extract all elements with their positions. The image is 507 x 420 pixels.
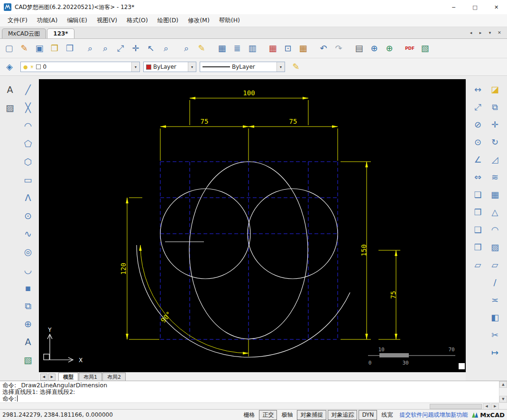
break-button[interactable]: ∕: [487, 274, 503, 290]
draw-order-back-button[interactable]: ❐: [470, 204, 486, 220]
close-button[interactable]: ✕: [486, 0, 507, 14]
circle-button[interactable]: ⊙: [20, 208, 36, 224]
toggle-dyn[interactable]: DYN: [359, 410, 377, 420]
copy-view-button[interactable]: ▥: [245, 41, 260, 56]
table-edit-button[interactable]: ▦: [295, 41, 311, 56]
scroll-right-button[interactable]: ▶: [491, 403, 499, 410]
move-button[interactable]: ✛: [487, 117, 503, 132]
publish-web-button[interactable]: ⊕: [367, 41, 382, 56]
new-file-button[interactable]: ▢: [1, 41, 17, 56]
layout-tab-1[interactable]: 布局1: [79, 373, 102, 382]
undo-button[interactable]: ↶: [316, 41, 331, 56]
drawing-canvas[interactable]: 100 75 75 120 150 75 90°: [39, 79, 466, 372]
hatch-button[interactable]: ▨: [2, 100, 18, 116]
copy-button[interactable]: ⧉: [487, 99, 503, 115]
tab-list-button[interactable]: ▾: [486, 29, 494, 37]
menu-modify[interactable]: 修改(M): [183, 14, 214, 27]
scroll-left-button[interactable]: ◀: [483, 403, 490, 410]
dim-radius-button[interactable]: ⊙: [470, 134, 486, 150]
zoom-object-button[interactable]: ⌕: [179, 41, 194, 56]
polygon-button[interactable]: ⬠: [20, 136, 36, 152]
open-drawing-button[interactable]: ✎: [17, 41, 32, 56]
tab-close-button[interactable]: ✕: [496, 29, 503, 37]
linetype-select[interactable]: ByLayer ▾: [200, 62, 285, 72]
select-set-button[interactable]: ⊡: [280, 41, 295, 56]
chevron-down-icon[interactable]: ▾: [188, 62, 196, 72]
layer-select[interactable]: ● ☀ 0 ▾: [20, 62, 140, 72]
browse-web-button[interactable]: ⊕: [382, 41, 397, 56]
trim-button[interactable]: ✂: [487, 327, 503, 343]
rotate-button[interactable]: ↻: [487, 134, 503, 150]
redo-button[interactable]: ↷: [331, 41, 346, 56]
zoom-in-button[interactable]: ⌕: [158, 41, 174, 56]
mirror-button[interactable]: △: [487, 204, 503, 220]
tab-mxcad-cloud[interactable]: MxCAD云图: [2, 28, 46, 38]
menu-draw[interactable]: 绘图(D): [153, 14, 183, 27]
pan-button[interactable]: ✛: [128, 41, 143, 56]
scroll-up-button[interactable]: ▲: [499, 381, 507, 388]
command-prompt[interactable]: 命令:: [2, 395, 497, 402]
maximize-button[interactable]: □: [464, 0, 486, 14]
drawing-viewport[interactable]: 100 75 75 120 150 75 90°: [39, 79, 466, 372]
zoom-scale-button[interactable]: ↖: [143, 41, 158, 56]
menu-file[interactable]: 文件(F): [3, 14, 32, 27]
wipeout-button[interactable]: ▱: [470, 257, 486, 273]
ellipse-button[interactable]: ◎: [20, 244, 36, 260]
open-folder-button[interactable]: ❐: [47, 41, 62, 56]
tab-scroll-right-button[interactable]: ▸: [477, 29, 484, 37]
export-pdf-button[interactable]: PDF: [402, 41, 417, 56]
menu-function[interactable]: 功能(A): [32, 14, 62, 27]
chevron-down-icon[interactable]: ▾: [277, 62, 285, 72]
join-button[interactable]: ≍: [487, 292, 503, 308]
dim-angular-button[interactable]: ∠: [470, 152, 486, 167]
draw-order-front-button[interactable]: ❏: [470, 187, 486, 202]
save-as-button[interactable]: ❒: [62, 41, 77, 56]
text-lines-button[interactable]: ≣: [230, 41, 245, 56]
dim-continue-button[interactable]: ⇔: [470, 169, 486, 185]
image-button[interactable]: ▧: [20, 352, 36, 368]
mtext-button[interactable]: A: [20, 334, 36, 350]
scroll-down-button[interactable]: ▼: [499, 396, 507, 402]
toggle-otrack[interactable]: 对象追踪: [328, 410, 357, 420]
scale-button[interactable]: ◿: [487, 152, 503, 167]
construction-line-button[interactable]: ╳: [20, 100, 36, 116]
arc-button[interactable]: ◠: [20, 118, 36, 134]
zoom-window-button[interactable]: ⌕: [98, 41, 113, 56]
block-button[interactable]: ⧉: [20, 298, 36, 314]
zoom-extents-button[interactable]: ⤢: [113, 41, 128, 56]
polyline-button[interactable]: Λ: [20, 190, 36, 206]
arc-3point-button[interactable]: ◡: [20, 262, 36, 278]
layout-tab-2[interactable]: 布局2: [102, 373, 126, 382]
fillet-button[interactable]: ◠: [487, 222, 503, 237]
insert-image-button[interactable]: ▧: [417, 41, 433, 56]
command-horizontal-scrollbar[interactable]: ◀ ▶: [0, 402, 507, 410]
array-button[interactable]: ▦: [487, 187, 503, 202]
toggle-lineweight[interactable]: 线宽: [378, 411, 396, 420]
minimize-button[interactable]: ─: [443, 0, 464, 14]
layout-scroll-right-button[interactable]: ▶: [48, 374, 55, 381]
zoom-previous-button[interactable]: ⌕: [83, 41, 98, 56]
match-properties-button[interactable]: ✎: [288, 59, 304, 74]
draw-order-below-button[interactable]: ❒: [470, 239, 486, 255]
tab-scroll-left-button[interactable]: ◂: [467, 29, 475, 37]
toggle-polar[interactable]: 极轴: [278, 411, 295, 420]
layout-tab-model[interactable]: 模型: [58, 373, 78, 382]
color-table-button[interactable]: ▦: [265, 41, 280, 56]
print-button[interactable]: ▤: [351, 41, 367, 56]
menu-edit[interactable]: 编辑(E): [62, 14, 92, 27]
dim-aligned-button[interactable]: ⤢: [470, 99, 486, 115]
command-vertical-scrollbar[interactable]: ▲ ▼: [499, 381, 507, 402]
draw-order-above-button[interactable]: ❑: [470, 222, 486, 237]
text-style-button[interactable]: A: [2, 82, 18, 98]
extend-button[interactable]: ↦: [487, 345, 503, 360]
dim-diameter-button[interactable]: ⊘: [470, 117, 486, 132]
rectangle-button[interactable]: ▭: [20, 172, 36, 188]
hatch-edit-button[interactable]: ▨: [487, 239, 503, 255]
tab-123[interactable]: 123*: [47, 28, 74, 38]
menu-help[interactable]: 帮助(H): [214, 14, 245, 27]
spline-button[interactable]: ∿: [20, 226, 36, 242]
chevron-down-icon[interactable]: ▾: [131, 62, 139, 72]
offset-button[interactable]: ≋: [487, 169, 503, 185]
inscribed-polygon-button[interactable]: ⬡: [20, 154, 36, 170]
toggle-ortho[interactable]: 正交: [259, 410, 277, 420]
